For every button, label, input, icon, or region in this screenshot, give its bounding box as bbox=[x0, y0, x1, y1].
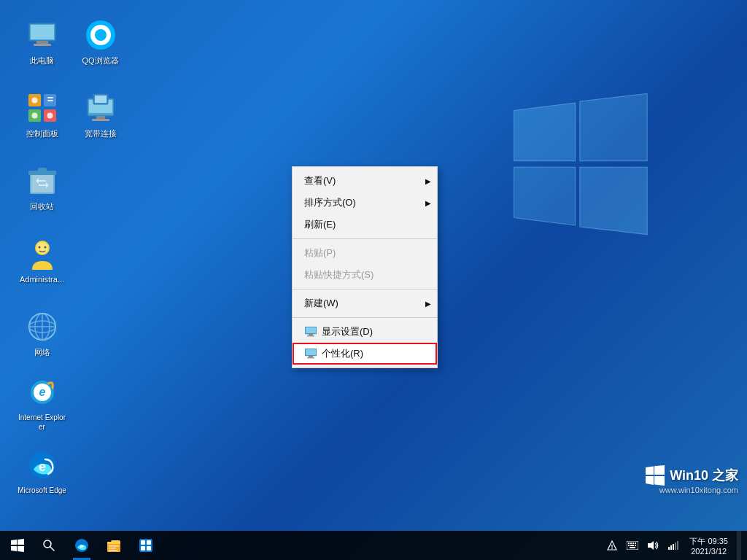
context-menu-separator-3 bbox=[293, 317, 437, 318]
windows-logo-watermark bbox=[506, 88, 659, 241]
svg-marker-56 bbox=[654, 476, 665, 486]
context-menu-arrow-view: ▶ bbox=[425, 177, 431, 185]
desktop-icon-control-panel[interactable]: 控制面板 bbox=[15, 88, 69, 141]
context-menu-item-paste-shortcut[interactable]: 粘贴快捷方式(S) bbox=[293, 264, 437, 286]
svg-point-39 bbox=[29, 314, 55, 340]
taskbar-show-desktop[interactable] bbox=[737, 531, 741, 560]
context-menu: 查看(V) ▶ 排序方式(O) ▶ 刷新(E) 粘贴(P) 粘贴快捷方式(S) … bbox=[292, 166, 438, 368]
personalize-icon bbox=[304, 347, 317, 360]
svg-rect-70 bbox=[141, 540, 145, 545]
svg-marker-86 bbox=[648, 541, 654, 550]
context-menu-item-view[interactable]: 查看(V) ▶ bbox=[293, 170, 437, 192]
context-menu-item-display-settings[interactable]: 显示设置(D) bbox=[293, 321, 437, 343]
svg-rect-27 bbox=[31, 175, 53, 192]
svg-line-62 bbox=[50, 547, 54, 551]
administrator-icon bbox=[25, 236, 60, 271]
svg-rect-23 bbox=[92, 119, 109, 121]
svg-marker-3 bbox=[580, 167, 647, 234]
svg-rect-7 bbox=[34, 44, 51, 46]
context-menu-separator-1 bbox=[293, 238, 437, 239]
taskbar-notification-icon[interactable] bbox=[602, 531, 622, 560]
svg-rect-80 bbox=[632, 542, 634, 544]
svg-rect-52 bbox=[307, 357, 314, 359]
taskbar-time: 下午 09:35 bbox=[689, 536, 728, 547]
svg-marker-60 bbox=[18, 546, 24, 552]
display-settings-icon bbox=[304, 325, 317, 338]
taskbar-start-button[interactable] bbox=[0, 531, 35, 560]
context-menu-item-paste[interactable]: 粘贴(P) bbox=[293, 242, 437, 264]
taskbar-clock[interactable]: 下午 09:35 2021/3/12 bbox=[684, 536, 734, 556]
context-menu-arrow-sort: ▶ bbox=[425, 199, 431, 207]
recycle-bin-icon bbox=[25, 163, 60, 198]
context-menu-item-personalize[interactable]: 个性化(R) bbox=[293, 343, 437, 365]
svg-rect-16 bbox=[47, 97, 53, 98]
desktop-icon-recycle-bin[interactable]: 回收站 bbox=[15, 160, 69, 214]
network-icon bbox=[25, 309, 60, 344]
svg-rect-79 bbox=[630, 542, 632, 544]
svg-marker-58 bbox=[18, 539, 24, 545]
svg-rect-90 bbox=[675, 542, 676, 550]
desktop-icon-edge[interactable]: e Microsoft Edge bbox=[15, 445, 69, 498]
context-menu-item-new-label: 新建(W) bbox=[304, 297, 338, 310]
taskbar-keyboard-icon[interactable] bbox=[622, 531, 643, 560]
svg-rect-82 bbox=[628, 545, 630, 546]
taskbar-edge-icon[interactable]: e bbox=[66, 531, 98, 560]
taskbar-search-button[interactable] bbox=[35, 531, 63, 560]
svg-rect-50 bbox=[306, 349, 316, 355]
taskbar-network-icon[interactable] bbox=[663, 531, 684, 560]
context-menu-separator-2 bbox=[293, 289, 437, 289]
svg-marker-2 bbox=[514, 167, 576, 225]
svg-rect-46 bbox=[306, 327, 316, 333]
desktop-icon-qq-browser[interactable]: QQ浏览器 bbox=[73, 15, 128, 69]
svg-rect-78 bbox=[628, 542, 630, 544]
svg-rect-47 bbox=[309, 334, 313, 335]
context-menu-arrow-new: ▶ bbox=[425, 300, 431, 308]
context-menu-item-sort[interactable]: 排序方式(O) ▶ bbox=[293, 192, 437, 214]
svg-rect-72 bbox=[141, 546, 145, 551]
svg-rect-5 bbox=[31, 25, 54, 39]
desktop-icon-broadband[interactable]: 宽带连接 bbox=[73, 88, 128, 141]
win10-brand-title: Win10 之家 bbox=[645, 465, 738, 486]
svg-rect-66 bbox=[109, 545, 119, 547]
svg-rect-81 bbox=[635, 542, 636, 544]
taskbar: e bbox=[0, 531, 747, 560]
svg-rect-17 bbox=[47, 100, 53, 101]
taskbar-store-icon[interactable] bbox=[130, 531, 162, 560]
svg-rect-89 bbox=[673, 544, 674, 550]
broadband-label: 宽带连接 bbox=[85, 128, 117, 139]
desktop-icon-administrator[interactable]: Administra... bbox=[15, 233, 69, 287]
svg-rect-84 bbox=[635, 545, 636, 546]
ie-label: Internet Explorer bbox=[18, 413, 66, 432]
svg-rect-51 bbox=[309, 356, 313, 357]
svg-rect-29 bbox=[38, 168, 47, 172]
broadband-icon bbox=[83, 90, 118, 125]
control-panel-label: 控制面板 bbox=[26, 128, 58, 139]
context-menu-item-personalize-label: 个性化(R) bbox=[322, 347, 363, 360]
taskbar-pinned-icons: e bbox=[66, 531, 162, 560]
svg-rect-22 bbox=[96, 116, 105, 119]
context-menu-item-paste-label: 粘贴(P) bbox=[304, 246, 336, 260]
desktop: 此电脑 QQ浏览器 bbox=[0, 0, 747, 531]
context-menu-item-new[interactable]: 新建(W) ▶ bbox=[293, 292, 437, 314]
svg-rect-67 bbox=[109, 548, 116, 549]
context-menu-item-sort-label: 排序方式(O) bbox=[304, 196, 356, 209]
svg-rect-6 bbox=[36, 41, 48, 44]
svg-point-10 bbox=[95, 29, 107, 41]
context-menu-item-refresh[interactable]: 刷新(E) bbox=[293, 214, 437, 236]
desktop-icon-network[interactable]: 网络 bbox=[15, 306, 69, 360]
desktop-icon-this-pc[interactable]: 此电脑 bbox=[15, 15, 69, 69]
svg-rect-83 bbox=[630, 545, 634, 546]
edge-label: Microsoft Edge bbox=[18, 486, 66, 495]
win10-branding: Win10 之家 www.win10xitong.com bbox=[645, 465, 738, 494]
qq-browser-icon bbox=[83, 18, 118, 52]
svg-rect-85 bbox=[630, 547, 635, 548]
control-panel-icon bbox=[25, 90, 60, 125]
edge-icon: e bbox=[25, 448, 60, 483]
context-menu-item-view-label: 查看(V) bbox=[304, 174, 336, 187]
taskbar-volume-icon[interactable] bbox=[643, 531, 663, 560]
svg-marker-1 bbox=[580, 93, 647, 160]
taskbar-explorer-icon[interactable] bbox=[98, 531, 130, 560]
svg-point-32 bbox=[38, 246, 40, 249]
desktop-icon-ie[interactable]: e Internet Explorer bbox=[15, 372, 69, 435]
svg-marker-57 bbox=[11, 540, 17, 545]
